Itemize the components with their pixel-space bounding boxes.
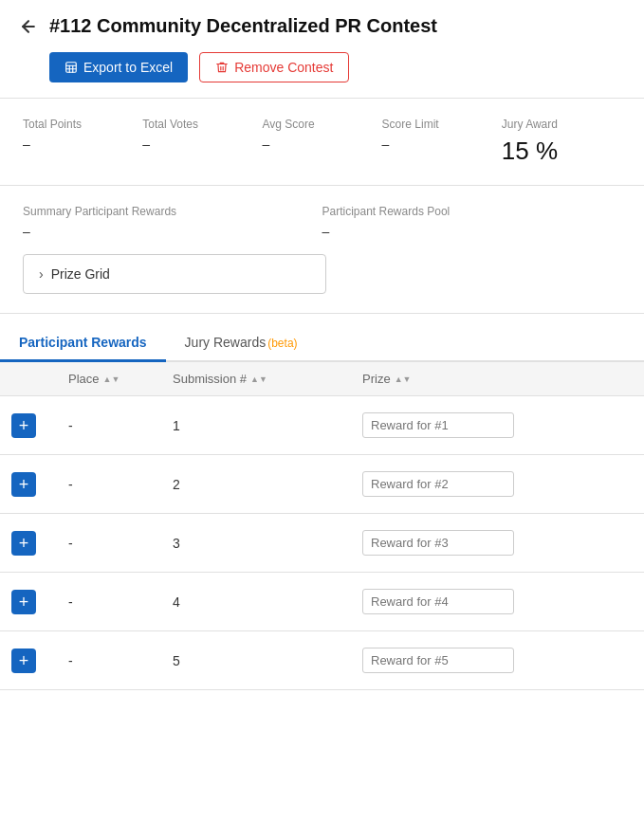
prize-sort-icon: ▲▼	[395, 374, 412, 384]
tab-jury-rewards-label: Jury Rewards	[185, 335, 267, 350]
td-submission-1: 1	[161, 409, 351, 443]
export-button[interactable]: Export to Excel	[49, 52, 188, 82]
td-action-2: +	[0, 463, 57, 506]
td-prize-2	[351, 462, 644, 506]
add-row-4-button[interactable]: +	[11, 590, 36, 614]
summary-section: Summary Participant Rewards – Participan…	[0, 186, 644, 314]
stat-jury-award-label: Jury Award	[502, 118, 621, 131]
prize-input-3[interactable]	[362, 530, 514, 556]
remove-button[interactable]: Remove Contest	[199, 52, 349, 82]
prize-input-1[interactable]	[362, 412, 514, 438]
td-submission-2: 2	[161, 467, 351, 502]
stat-score-limit-value: –	[382, 137, 502, 152]
stat-jury-award-value: 15 %	[502, 137, 621, 166]
td-place-4: -	[57, 585, 161, 619]
stat-total-points: Total Points –	[23, 118, 142, 166]
table-row: + - 1	[0, 396, 644, 455]
table-row: + - 3	[0, 514, 644, 573]
summary-row: Summary Participant Rewards – Participan…	[23, 205, 621, 239]
td-action-4: +	[0, 580, 57, 624]
prize-grid-box[interactable]: › Prize Grid	[23, 254, 326, 294]
submission-value-1: 1	[173, 418, 180, 433]
place-value-3: -	[68, 536, 73, 551]
summary-rewards-pool-label: Participant Rewards Pool	[322, 205, 622, 218]
stat-total-votes: Total Votes –	[142, 118, 262, 166]
actions-row: Export to Excel Remove Contest	[0, 48, 644, 98]
chevron-right-icon: ›	[39, 266, 44, 282]
stat-avg-score-value: –	[262, 137, 381, 152]
td-place-3: -	[57, 526, 161, 560]
rewards-table: Place ▲▼ Submission # ▲▼ Prize ▲▼ + - 1 …	[0, 362, 644, 690]
th-place-label: Place	[68, 372, 100, 386]
summary-rewards-pool: Participant Rewards Pool –	[322, 205, 622, 239]
th-prize-label: Prize	[362, 372, 391, 386]
summary-participant-rewards-value: –	[23, 224, 322, 239]
page-header: #112 Community Decentralized PR Contest	[0, 0, 644, 48]
submission-value-4: 4	[173, 594, 180, 610]
prize-grid-label: Prize Grid	[51, 266, 110, 282]
summary-participant-rewards-label: Summary Participant Rewards	[23, 205, 322, 218]
td-submission-5: 5	[161, 644, 351, 678]
prize-input-5[interactable]	[362, 648, 514, 673]
stat-total-points-value: –	[23, 137, 142, 152]
td-prize-3	[351, 521, 644, 565]
place-value-5: -	[68, 653, 73, 668]
submission-value-2: 2	[173, 477, 180, 492]
submission-value-3: 3	[173, 536, 180, 551]
place-value-2: -	[68, 477, 73, 492]
add-row-5-button[interactable]: +	[11, 648, 36, 673]
tabs-section: Participant Rewards Jury Rewards(beta)	[0, 325, 644, 362]
back-button[interactable]	[19, 17, 38, 36]
place-sort-icon: ▲▼	[103, 374, 120, 384]
td-action-1: +	[0, 404, 57, 448]
td-prize-1	[351, 403, 644, 448]
th-submission: Submission # ▲▼	[161, 362, 351, 395]
td-action-5: +	[0, 639, 57, 683]
export-icon	[64, 61, 78, 74]
td-submission-4: 4	[161, 585, 351, 619]
th-action	[0, 362, 57, 395]
add-row-1-button[interactable]: +	[11, 413, 36, 438]
submission-value-5: 5	[173, 653, 180, 668]
trash-icon	[215, 61, 229, 74]
remove-label: Remove Contest	[234, 60, 333, 75]
prize-input-2[interactable]	[362, 471, 514, 497]
table-header-row: Place ▲▼ Submission # ▲▼ Prize ▲▼	[0, 362, 644, 396]
stat-score-limit: Score Limit –	[382, 118, 502, 166]
tab-jury-rewards[interactable]: Jury Rewards(beta)	[166, 325, 317, 362]
td-place-5: -	[57, 644, 161, 678]
summary-rewards-pool-value: –	[322, 224, 622, 239]
th-prize: Prize ▲▼	[351, 362, 644, 395]
svg-rect-1	[66, 63, 77, 73]
table-row: + - 2	[0, 455, 644, 514]
stat-score-limit-label: Score Limit	[382, 118, 502, 131]
tab-jury-rewards-beta: (beta)	[267, 337, 297, 350]
stat-total-votes-value: –	[142, 137, 262, 152]
td-prize-5	[351, 638, 644, 683]
stat-jury-award: Jury Award 15 %	[502, 118, 621, 166]
add-row-3-button[interactable]: +	[11, 531, 36, 556]
stat-total-votes-label: Total Votes	[142, 118, 262, 131]
place-value-1: -	[68, 418, 73, 433]
page-title: #112 Community Decentralized PR Contest	[49, 15, 437, 37]
export-label: Export to Excel	[83, 60, 173, 75]
td-place-1: -	[57, 409, 161, 443]
th-submission-label: Submission #	[173, 372, 247, 386]
stat-avg-score-label: Avg Score	[262, 118, 381, 131]
th-place: Place ▲▼	[57, 362, 161, 395]
submission-sort-icon: ▲▼	[250, 374, 267, 384]
tab-participant-rewards[interactable]: Participant Rewards	[0, 325, 166, 362]
td-submission-3: 3	[161, 526, 351, 560]
tab-participant-rewards-label: Participant Rewards	[19, 335, 147, 350]
stat-total-points-label: Total Points	[23, 118, 142, 131]
prize-input-4[interactable]	[362, 589, 514, 614]
place-value-4: -	[68, 594, 73, 610]
table-row: + - 4	[0, 573, 644, 631]
td-action-3: +	[0, 521, 57, 565]
stats-section: Total Points – Total Votes – Avg Score –…	[0, 99, 644, 186]
add-row-2-button[interactable]: +	[11, 472, 36, 497]
summary-participant-rewards: Summary Participant Rewards –	[23, 205, 322, 239]
td-prize-4	[351, 579, 644, 624]
td-place-2: -	[57, 467, 161, 502]
table-row: + - 5	[0, 631, 644, 690]
